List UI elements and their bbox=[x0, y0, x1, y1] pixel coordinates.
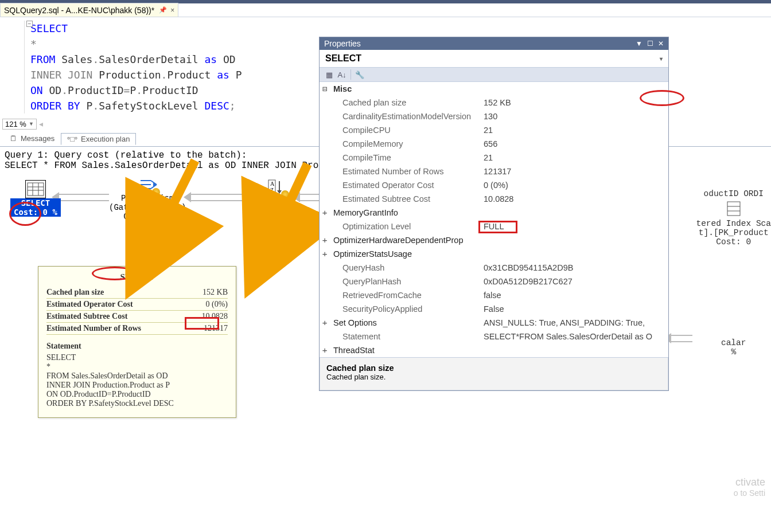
property-row[interactable]: CardinalityEstimationModelVersion130 bbox=[320, 109, 668, 123]
properties-description: Cached plan size Cached plan size. bbox=[320, 357, 668, 390]
editor-code[interactable]: SELECT * FROM Sales.SalesOrderDetail as … bbox=[24, 21, 242, 114]
property-row[interactable]: +Set OptionsANSI_NULLS: True, ANSI_PADDI… bbox=[320, 316, 668, 330]
document-tabstrip: SQLQuery2.sql - A...KE-NUC\phakk (58))* … bbox=[0, 3, 771, 17]
plan-connector bbox=[184, 191, 252, 203]
property-row[interactable]: Cached plan size152 KB bbox=[320, 96, 668, 109]
pin-icon[interactable]: 📌 bbox=[159, 6, 167, 14]
window-icon[interactable]: ☐ bbox=[647, 40, 653, 48]
sort-icon: AZ bbox=[266, 178, 287, 196]
watermark: ctivateo to Setti bbox=[734, 476, 771, 498]
property-row[interactable]: +OptimizerStatsUsage bbox=[320, 247, 668, 261]
property-row[interactable]: +MemoryGrantInfo bbox=[320, 206, 668, 220]
property-row[interactable]: Estimated Subtree Cost10.0828 bbox=[320, 192, 668, 206]
property-row[interactable]: +OptimizerHardwareDependentProp bbox=[320, 233, 668, 247]
property-row[interactable]: QueryHash0x31CBD954115A2D9B bbox=[320, 261, 668, 275]
property-row[interactable]: Estimated Number of Rows121317 bbox=[320, 165, 668, 178]
properties-toolbar: ▦ A↓ 🔧 bbox=[320, 67, 668, 82]
properties-object-selector[interactable]: SELECT▾ bbox=[320, 50, 668, 67]
property-row[interactable]: +ThreadStat bbox=[320, 343, 668, 357]
close-icon[interactable]: ✕ bbox=[658, 40, 664, 48]
svg-rect-10 bbox=[727, 202, 740, 216]
alpha-sort-icon[interactable]: A↓ bbox=[336, 69, 348, 80]
document-tab-title: SQLQuery2.sql - A...KE-NUC\phakk (58))* bbox=[4, 6, 154, 15]
zoom-dropdown[interactable]: 121 %▼ bbox=[2, 119, 37, 130]
messages-icon: 🗒 bbox=[10, 134, 17, 143]
properties-panel: Properties ▼ ☐ ✕ SELECT▾ ▦ A↓ 🔧 ⊟MiscCac… bbox=[319, 37, 669, 391]
svg-text:Z: Z bbox=[270, 187, 274, 193]
tab-messages[interactable]: 🗒Messages bbox=[3, 132, 61, 144]
plan-icon: ᵒ□ᵒ bbox=[67, 135, 77, 143]
dropdown-icon[interactable]: ▼ bbox=[636, 40, 642, 48]
properties-grid[interactable]: ⊟MiscCached plan size152 KBCardinalityEs… bbox=[320, 82, 668, 357]
property-row[interactable]: CompileCPU21 bbox=[320, 123, 668, 137]
property-row[interactable]: QueryPlanHash0xD0A512D9B217C627 bbox=[320, 275, 668, 288]
property-row[interactable]: StatementSELECT*FROM Sales.SalesOrderDet… bbox=[320, 330, 668, 343]
plan-node-select[interactable]: SELECT Cost: 0 % bbox=[10, 180, 61, 217]
document-tab[interactable]: SQLQuery2.sql - A...KE-NUC\phakk (58))* … bbox=[0, 3, 178, 17]
close-icon[interactable]: × bbox=[170, 6, 174, 14]
svg-rect-0 bbox=[28, 183, 44, 195]
editor-gutter bbox=[0, 21, 24, 114]
plan-node-clustered-index[interactable]: oductID ORDI tered Index Sca t].[PK_Prod… bbox=[696, 189, 771, 357]
tooltip-title: SELECT bbox=[46, 272, 228, 282]
plan-tooltip: SELECT Cached plan size152 KBEstimated O… bbox=[38, 266, 236, 418]
property-row[interactable]: RetrievedFromCachefalse bbox=[320, 288, 668, 302]
plan-node-parallelism[interactable]: Parallelism (Gather Streams) Cost: 31 % bbox=[109, 175, 186, 221]
property-row[interactable]: CompileMemory656 bbox=[320, 137, 668, 151]
fold-toggle-icon[interactable]: − bbox=[26, 21, 33, 27]
gather-streams-icon bbox=[137, 175, 158, 194]
tab-execution-plan[interactable]: ᵒ□ᵒExecution plan bbox=[61, 133, 136, 145]
property-row[interactable]: Estimated Operator Cost0 (0%) bbox=[320, 178, 668, 192]
properties-titlebar[interactable]: Properties ▼ ☐ ✕ bbox=[320, 37, 668, 50]
chevron-down-icon: ▼ bbox=[29, 121, 34, 127]
property-row[interactable]: SecurityPolicyAppliedFalse bbox=[320, 302, 668, 316]
plan-node-sort[interactable]: AZ Sort Cost: 47 % bbox=[252, 178, 301, 214]
property-row[interactable]: CompileTime21 bbox=[320, 151, 668, 165]
properties-title: Properties bbox=[324, 39, 361, 48]
chevron-down-icon: ▾ bbox=[660, 56, 663, 62]
property-row[interactable]: Optimization LevelFULL bbox=[320, 220, 668, 233]
categorized-icon[interactable]: ▦ bbox=[323, 69, 336, 80]
wrench-icon[interactable]: 🔧 bbox=[353, 69, 366, 80]
svg-text:A: A bbox=[270, 181, 275, 187]
table-result-icon bbox=[25, 180, 46, 198]
